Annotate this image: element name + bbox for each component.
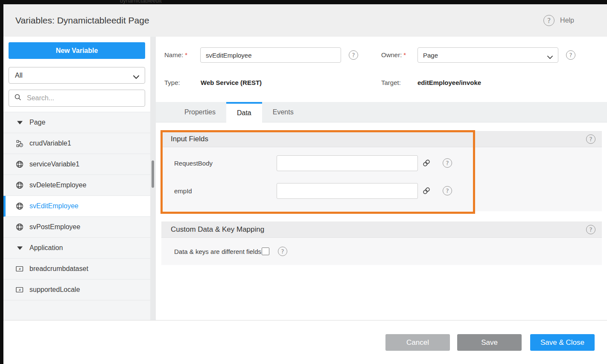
help-label: Help (560, 17, 574, 24)
section-title: Input Fields (171, 131, 208, 147)
tab-properties[interactable]: Properties (174, 102, 226, 122)
checkbox-help-icon[interactable]: ? (278, 247, 287, 256)
svg-text:x: x (18, 288, 21, 292)
tab-events[interactable]: Events (262, 102, 304, 122)
cancel-button[interactable]: Cancel (385, 334, 450, 351)
search-box[interactable] (9, 90, 145, 107)
sidebar-item-servicevariable1[interactable]: serviceVariable1 (3, 154, 150, 175)
input-field-row-empid: empId? (161, 183, 602, 199)
custom-mapping-header: Custom Data & Key Mapping ? (161, 221, 602, 238)
variable-list: PagexcrudVariable1serviceVariable1svDele… (3, 112, 150, 320)
sidebar-item-sveditemployee[interactable]: svEditEmployee (3, 196, 150, 217)
field-label: empId (174, 183, 192, 199)
sidebar-item-svpostemployee[interactable]: svPostEmployee (3, 217, 150, 238)
crud-variable-icon: x (15, 140, 24, 147)
background-app-title: dynamictableedit (120, 0, 162, 4)
sidebar-item-label: breadcrumbdataset (29, 265, 88, 273)
variable-filter-select[interactable]: All (9, 67, 145, 84)
sidebar-item-label: supportedLocale (29, 286, 80, 294)
name-help-icon[interactable]: ? (349, 50, 358, 60)
owner-select[interactable]: Page (417, 47, 558, 63)
web-service-icon (15, 202, 24, 210)
section-title: Custom Data & Key Mapping (171, 221, 264, 237)
sidebar-item-label: svEditEmployee (29, 202, 79, 210)
input-fields-body: RequestBody?empId? (161, 147, 602, 211)
sidebar-scrollbar[interactable] (150, 37, 156, 320)
sidebar-list-filler (3, 300, 150, 320)
svg-text:x: x (20, 143, 22, 146)
field-help-icon[interactable]: ? (443, 186, 452, 195)
sidebar-group-page[interactable]: Page (3, 112, 150, 133)
input-field-row-requestbody: RequestBody? (161, 155, 602, 171)
owner-help-icon[interactable]: ? (566, 50, 575, 60)
input-fields-section: Input Fields ? RequestBody?empId? (161, 131, 602, 211)
dialog-main: Name:* ? Owner:* Page ? Type: Web Servic… (156, 37, 607, 364)
web-service-icon (15, 181, 24, 189)
custom-mapping-section: Custom Data & Key Mapping ? Data & keys … (161, 221, 602, 265)
search-input[interactable] (26, 94, 140, 102)
model-variable-icon: x (15, 286, 24, 293)
web-service-icon (15, 160, 24, 168)
sidebar-item-crudvariable1[interactable]: xcrudVariable1 (3, 133, 150, 154)
sidebar-item-svdeleteemployee[interactable]: svDeleteEmployee (3, 175, 150, 196)
type-value: Web Service (REST) (201, 75, 262, 90)
sidebar-item-label: Application (29, 244, 63, 252)
background-left-bar (0, 0, 3, 364)
help-icon: ? (543, 15, 554, 26)
target-label: Target: (381, 75, 401, 90)
sidebar-group-application[interactable]: Application (3, 238, 150, 259)
chevron-down-icon (547, 53, 553, 61)
page-title: Variables: Dynamictableedit Page (15, 4, 149, 37)
section-help-icon[interactable]: ? (586, 225, 595, 234)
sidebar-item-breadcrumbdataset[interactable]: xbreadcrumbdataset (3, 259, 150, 280)
different-fields-label: Data & keys are different fields (174, 248, 261, 255)
scrollbar-thumb[interactable] (152, 160, 154, 188)
name-input[interactable] (200, 47, 341, 63)
link-icon[interactable] (423, 187, 430, 196)
sidebar-item-label: Page (29, 119, 45, 126)
caret-down-icon (15, 121, 24, 125)
tab-data[interactable]: Data (226, 102, 262, 122)
different-fields-checkbox[interactable] (262, 248, 269, 255)
chevron-down-icon (133, 73, 139, 81)
footer-divider (3, 320, 607, 320)
caret-down-icon (15, 246, 24, 250)
sidebar-item-label: svPostEmployee (29, 223, 80, 231)
name-label: Name:* (164, 47, 187, 63)
dialog-header: Variables: Dynamictableedit Page ? Help (3, 4, 607, 37)
required-asterisk: * (403, 51, 406, 58)
sidebar-item-label: serviceVariable1 (29, 160, 79, 168)
sidebar: New Variable All PagexcrudVariable1servi… (3, 37, 150, 364)
tab-bar: PropertiesDataEvents (156, 102, 607, 122)
svg-text:x: x (18, 267, 21, 271)
model-variable-icon: x (15, 265, 24, 272)
search-icon (14, 93, 22, 103)
field-help-icon[interactable]: ? (443, 158, 452, 168)
help-button[interactable]: ? Help (543, 4, 574, 37)
required-asterisk: * (185, 51, 187, 58)
save-close-button[interactable]: Save & Close (530, 334, 595, 351)
new-variable-button[interactable]: New Variable (9, 42, 145, 59)
save-button[interactable]: Save (457, 334, 522, 351)
sidebar-item-label: svDeleteEmployee (29, 181, 86, 189)
section-help-icon[interactable]: ? (586, 134, 595, 144)
background-top-bar: dynamictableedit (0, 0, 607, 4)
input-fields-header: Input Fields ? (161, 131, 602, 147)
type-label: Type: (164, 75, 180, 90)
filter-value: All (15, 72, 23, 79)
owner-label: Owner:* (381, 47, 406, 63)
target-value: editEmployee/invoke (417, 75, 481, 90)
link-icon[interactable] (423, 159, 430, 169)
custom-mapping-body: Data & keys are different fields ? (161, 238, 602, 265)
sidebar-item-label: crudVariable1 (29, 140, 71, 147)
web-service-icon (15, 223, 24, 231)
owner-value: Page (423, 52, 438, 59)
field-label: RequestBody (174, 155, 213, 171)
sidebar-item-supportedlocale[interactable]: xsupportedLocale (3, 280, 150, 300)
variables-dialog: dynamictableedit Variables: Dynamictable… (0, 0, 607, 364)
empid-input[interactable] (277, 183, 418, 199)
requestbody-input[interactable] (277, 155, 418, 171)
